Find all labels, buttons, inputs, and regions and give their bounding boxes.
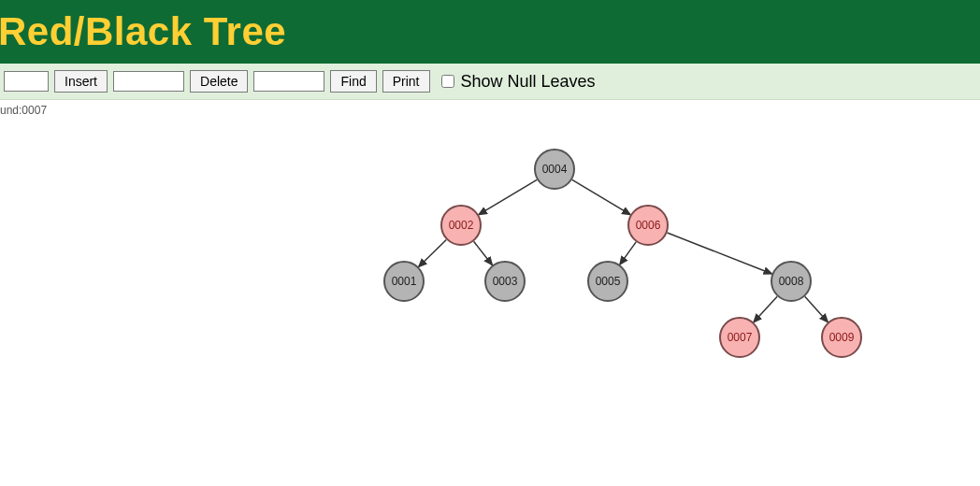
page-title: Red/Black Tree [0,9,286,54]
show-null-text: Show Null Leaves [461,72,596,92]
tree-edge [572,179,630,214]
toolbar: Insert Delete Find Print Show Null Leave… [0,64,980,100]
insert-input[interactable] [4,71,49,92]
show-null-checkbox[interactable] [441,75,454,88]
tree-node-0008: 0008 [771,261,812,302]
tree-node-0003: 0003 [484,261,526,302]
tree-node-0007: 0007 [719,317,760,358]
tree-edge [419,239,447,266]
tree-node-0009: 0009 [821,317,862,358]
tree-node-0001: 0001 [383,261,425,302]
tree-edge [479,179,537,214]
delete-input[interactable] [113,71,184,92]
tree-edges [0,121,980,486]
find-input[interactable] [253,71,324,92]
delete-button[interactable]: Delete [190,70,248,93]
tree-node-0004: 0004 [534,149,575,190]
show-null-label[interactable]: Show Null Leaves [438,72,596,92]
tree-edge [620,242,636,264]
tree-node-0006: 0006 [627,205,669,246]
tree-node-0005: 0005 [587,261,628,302]
tree-edge [474,241,493,264]
find-button[interactable]: Find [330,70,376,93]
header-bar: Red/Black Tree [0,0,980,64]
tree-edge [754,296,777,322]
tree-node-0002: 0002 [440,205,482,246]
tree-edge [667,233,771,274]
status-text: und:0007 [0,100,980,121]
print-button[interactable]: Print [382,70,430,93]
insert-button[interactable]: Insert [54,70,108,93]
tree-edge [805,296,829,322]
tree-canvas: 000400020006000100030005000800070009 [0,121,980,486]
